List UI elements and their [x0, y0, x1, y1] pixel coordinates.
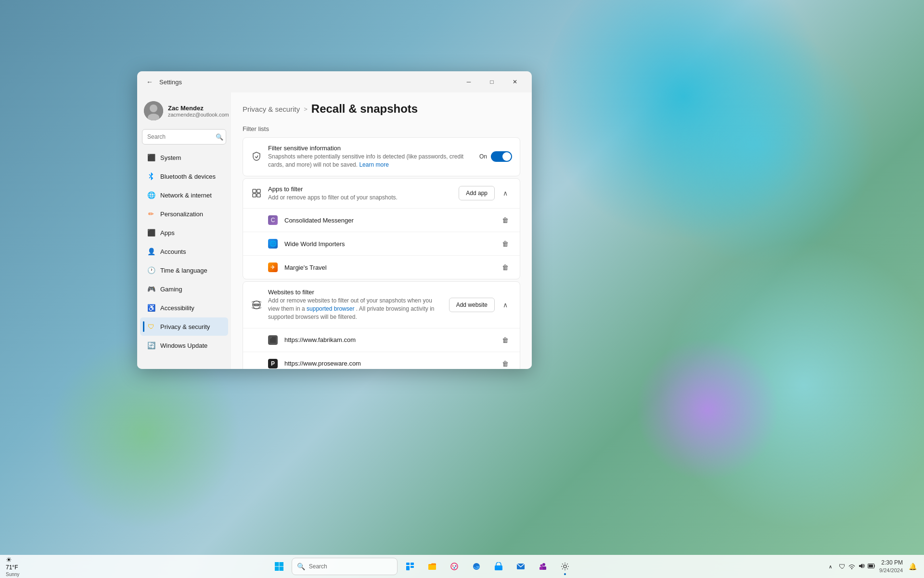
- taskbar-store-button[interactable]: [489, 557, 508, 576]
- notification-button[interactable]: 🔔: [907, 557, 918, 576]
- close-button[interactable]: ✕: [504, 74, 526, 90]
- sidebar-item-network[interactable]: 🌐 Network & internet: [140, 186, 228, 204]
- app-name-consolidated: Consolidated Messenger: [284, 217, 494, 224]
- restore-button[interactable]: □: [481, 74, 503, 90]
- sidebar-item-label: Apps: [160, 229, 175, 236]
- back-button[interactable]: ←: [143, 75, 156, 89]
- security-tray-icon[interactable]: 🛡: [839, 563, 846, 570]
- app-row-world: 🌐 Wide World Importers 🗑: [243, 232, 520, 256]
- app-name-world: Wide World Importers: [284, 240, 494, 248]
- site-url-fabrikam: https://www.fabrikam.com: [284, 336, 494, 343]
- accessibility-icon: ♿: [147, 303, 155, 312]
- taskbar: ☀ 71°F Sunny 🔍 Search: [0, 555, 924, 578]
- breadcrumb-parent[interactable]: Privacy & security: [243, 105, 300, 113]
- start-button[interactable]: [270, 557, 289, 576]
- sidebar-item-accounts[interactable]: 👤 Accounts: [140, 242, 228, 261]
- app-row-consolidated: C Consolidated Messenger 🗑: [243, 209, 520, 232]
- sidebar-item-label: Accessibility: [160, 304, 194, 312]
- taskbar-edge-button[interactable]: [467, 557, 486, 576]
- network-icon: 🌐: [147, 191, 155, 199]
- battery-tray-icon[interactable]: [868, 563, 875, 570]
- svg-rect-8: [257, 189, 260, 193]
- apps-to-filter-icon: [251, 187, 262, 199]
- delete-proseware-button[interactable]: 🗑: [499, 357, 512, 369]
- taskbar-paint-button[interactable]: [445, 557, 464, 576]
- system-icon: ⬛: [147, 153, 155, 162]
- sidebar-item-label: Accounts: [160, 248, 186, 255]
- filter-sensitive-content: Filter sensitive information Snapshots w…: [268, 144, 474, 169]
- taskbar-file-explorer-button[interactable]: [423, 557, 442, 576]
- sidebar-item-personalization[interactable]: ✏ Personalization: [140, 205, 228, 223]
- avatar: [144, 101, 163, 120]
- search-input[interactable]: [142, 129, 226, 144]
- tray-chevron-button[interactable]: ∧: [824, 559, 836, 574]
- svg-rect-28: [495, 565, 502, 570]
- sidebar-item-label: Time & language: [160, 267, 207, 274]
- site-row-proseware: P https://www.proseware.com 🗑: [243, 352, 520, 369]
- websites-to-filter-header: Websites to filter Add or remove website…: [243, 282, 520, 328]
- clock[interactable]: 2:30 PM 9/24/2024: [879, 559, 903, 574]
- sidebar-item-label: Windows Update: [160, 342, 207, 349]
- svg-rect-33: [539, 567, 543, 570]
- gaming-icon: 🎮: [147, 285, 155, 293]
- margies-travel-icon: ✈: [268, 263, 278, 272]
- sidebar-item-label: Gaming: [160, 286, 182, 293]
- weather-widget[interactable]: ☀ 71°F Sunny: [6, 555, 19, 578]
- app-name-margie: Margie's Travel: [284, 264, 494, 271]
- websites-to-filter-content: Websites to filter Add or remove website…: [268, 289, 443, 321]
- sound-tray-icon[interactable]: [858, 563, 865, 571]
- taskbar-mail-button[interactable]: [511, 557, 530, 576]
- svg-rect-37: [869, 565, 873, 567]
- taskbar-search[interactable]: 🔍 Search: [292, 558, 398, 575]
- svg-rect-10: [257, 194, 260, 197]
- sidebar-item-accessibility[interactable]: ♿ Accessibility: [140, 299, 228, 317]
- delete-fabrikam-button[interactable]: 🗑: [499, 333, 512, 347]
- filter-sensitive-desc: Snapshots where potentially sensitive in…: [268, 153, 474, 169]
- site-row-fabrikam: ⬛ https://www.fabrikam.com 🗑: [243, 328, 520, 352]
- sidebar-item-gaming[interactable]: 🎮 Gaming: [140, 280, 228, 298]
- add-website-button[interactable]: Add website: [449, 298, 495, 312]
- add-app-button[interactable]: Add app: [459, 186, 495, 200]
- sidebar-item-bluetooth[interactable]: Bluetooth & devices: [140, 167, 228, 185]
- apps-expand-button[interactable]: ∧: [499, 186, 512, 200]
- taskbar-widgets-button[interactable]: [400, 557, 420, 576]
- sidebar-item-privacy[interactable]: 🛡 Privacy & security: [140, 317, 228, 336]
- filter-sensitive-card: Filter sensitive information Snapshots w…: [243, 137, 520, 176]
- apps-to-filter-card: Apps to filter Add or remove apps to fil…: [243, 178, 520, 280]
- date-display: 9/24/2024: [879, 567, 903, 574]
- title-bar: ← Settings ─ □ ✕: [137, 71, 532, 92]
- sidebar-item-time[interactable]: 🕐 Time & language: [140, 261, 228, 279]
- filter-sensitive-toggle[interactable]: [491, 151, 512, 162]
- search-box: 🔍: [142, 129, 226, 144]
- breadcrumb-separator: >: [304, 105, 308, 113]
- sidebar-item-apps[interactable]: ⬛ Apps: [140, 223, 228, 242]
- search-icon[interactable]: 🔍: [216, 133, 223, 141]
- svg-point-23: [451, 563, 458, 570]
- websites-expand-button[interactable]: ∧: [499, 298, 512, 312]
- svg-rect-15: [279, 562, 283, 566]
- delete-consolidated-button[interactable]: 🗑: [499, 213, 512, 227]
- svg-point-1: [150, 105, 157, 112]
- delete-world-button[interactable]: 🗑: [499, 237, 512, 250]
- svg-rect-20: [406, 566, 410, 570]
- svg-point-25: [455, 565, 456, 567]
- websites-to-filter-title: Websites to filter: [268, 289, 443, 296]
- network-tray-icon[interactable]: [848, 563, 855, 571]
- delete-margie-button[interactable]: 🗑: [499, 261, 512, 274]
- svg-line-4: [149, 176, 151, 178]
- time-icon: 🕐: [147, 266, 155, 275]
- sidebar-item-system[interactable]: ⬛ System: [140, 148, 228, 167]
- supported-browser-link[interactable]: supported browser: [307, 305, 354, 312]
- taskbar-settings-button[interactable]: [555, 557, 575, 576]
- taskbar-teams-button[interactable]: [533, 557, 552, 576]
- sidebar-item-update[interactable]: 🔄 Windows Update: [140, 336, 228, 355]
- site-url-proseware: https://www.proseware.com: [284, 360, 494, 367]
- sidebar-item-label: Network & internet: [160, 192, 212, 199]
- svg-point-34: [564, 565, 566, 568]
- filter-sensitive-learn-more[interactable]: Learn more: [359, 161, 388, 168]
- user-section[interactable]: Zac Mendez zacmendez@outlook.com: [137, 96, 231, 127]
- toggle-on-label: On: [479, 153, 487, 160]
- minimize-button[interactable]: ─: [458, 74, 480, 90]
- window-title: Settings: [159, 79, 182, 86]
- sidebar: Zac Mendez zacmendez@outlook.com 🔍 ⬛ Sys…: [137, 92, 231, 369]
